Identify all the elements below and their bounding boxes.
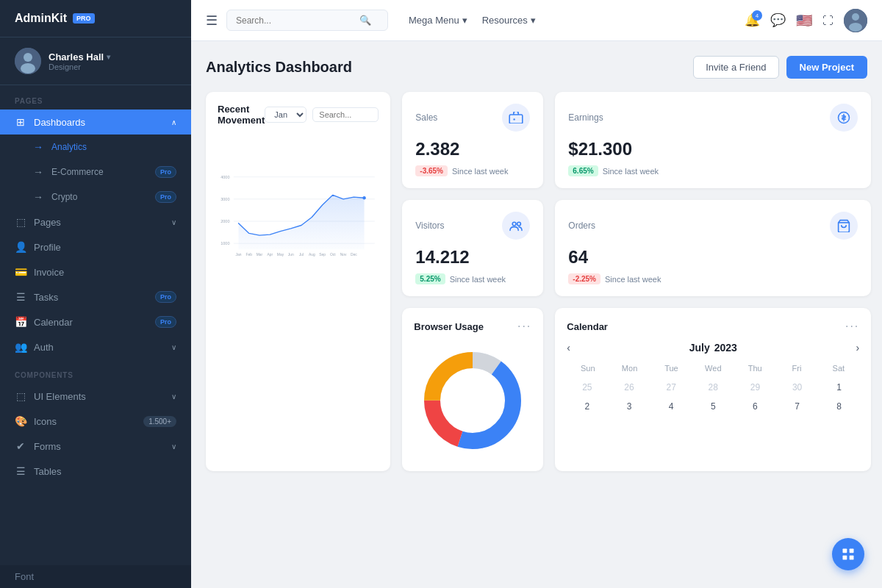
sidebar-item-ecommerce[interactable]: → E-Commerce Pro: [0, 159, 191, 184]
orders-label: Orders: [568, 220, 595, 231]
profile-icon: 👤: [15, 241, 26, 253]
sidebar-item-label: Crypto: [51, 192, 77, 202]
components-section-label: Components: [0, 359, 191, 384]
calendar-menu[interactable]: ···: [845, 320, 859, 333]
chevron-down-icon: ∨: [171, 343, 176, 351]
chevron-down-icon: ▾: [531, 15, 536, 26]
pages-section-label: Pages: [0, 85, 191, 110]
nav-links: Mega Menu ▾ Resources ▾: [403, 12, 542, 29]
cal-day[interactable]: 25: [567, 379, 607, 396]
cal-day[interactable]: 6: [735, 398, 775, 415]
pro-badge: Pro: [155, 191, 176, 203]
user-name: Charles Hall ▾: [49, 51, 110, 62]
sidebar-item-calendar[interactable]: 📅 Calendar Pro: [0, 309, 191, 334]
font-label: Font: [0, 565, 191, 588]
main-area: ☰ 🔍 Mega Menu ▾ Resources ▾ 🔔 4 💬: [191, 0, 882, 588]
cal-day[interactable]: 29: [735, 379, 775, 396]
chevron-down-icon: ▾: [107, 53, 110, 61]
sidebar-item-analytics[interactable]: → Analytics: [0, 135, 191, 159]
language-btn[interactable]: 🇺🇸: [796, 12, 812, 29]
svg-point-9: [517, 222, 521, 226]
sidebar-item-forms[interactable]: ✔ Forms ∨: [0, 434, 191, 459]
chevron-down-icon: ∨: [171, 442, 176, 451]
svg-text:Nov: Nov: [340, 253, 347, 257]
chevron-down-icon: ∨: [171, 392, 176, 401]
chevron-up-icon: ∧: [171, 118, 176, 126]
sidebar-item-auth[interactable]: 👥 Auth ∨: [0, 334, 191, 359]
cal-day[interactable]: 27: [651, 379, 692, 396]
user-photo[interactable]: [844, 9, 867, 32]
sales-icon-circle: [502, 104, 530, 132]
svg-point-2: [21, 63, 35, 74]
svg-text:Oct: Oct: [330, 253, 336, 257]
svg-point-7: [514, 118, 515, 120]
cal-next-btn[interactable]: ›: [856, 342, 860, 354]
svg-point-32: [362, 196, 365, 199]
cal-days: 25 26 27 28 29 30 1 2 3 4 5 6 7 8: [567, 379, 859, 415]
month-select[interactable]: JanFebMar: [265, 107, 306, 123]
mega-menu-link[interactable]: Mega Menu ▾: [403, 12, 473, 29]
left-stats-col: Sales 2.382 -3.65% Since last week Visit…: [402, 92, 543, 296]
cal-day[interactable]: 7: [777, 398, 817, 415]
fullscreen-btn[interactable]: ⛶: [822, 14, 833, 26]
page-title: Analytics Dashboard: [206, 59, 352, 76]
svg-text:1000: 1000: [220, 241, 229, 245]
svg-point-5: [849, 23, 862, 32]
search-box: 🔍: [226, 10, 388, 31]
sidebar-item-tasks[interactable]: ☰ Tasks Pro: [0, 284, 191, 309]
sidebar-item-pages[interactable]: ⬚ Pages ∨: [0, 209, 191, 234]
chart-search-input[interactable]: [312, 107, 379, 122]
svg-text:Aug: Aug: [309, 253, 315, 257]
browser-card-menu[interactable]: ···: [517, 320, 531, 333]
browser-usage-card: Browser Usage ···: [402, 308, 543, 471]
sidebar-item-label: Auth: [34, 342, 54, 353]
arrow-right-icon: →: [32, 166, 44, 178]
cal-nav: ‹ July 2023 ›: [567, 342, 859, 354]
cal-day[interactable]: 5: [693, 398, 734, 415]
sidebar-item-tables[interactable]: ☰ Tables: [0, 459, 191, 484]
svg-text:Jul: Jul: [299, 253, 304, 257]
ui-elements-icon: ⬚: [15, 390, 26, 402]
sidebar-item-icons[interactable]: 🎨 Icons 1.500+: [0, 409, 191, 434]
cal-day[interactable]: 28: [693, 379, 734, 396]
cal-day[interactable]: 30: [777, 379, 817, 396]
pages-icon: ⬚: [15, 216, 26, 228]
cal-day[interactable]: 4: [651, 398, 692, 415]
notification-badge: 4: [752, 10, 762, 21]
invite-friend-button[interactable]: Invite a Friend: [693, 56, 778, 79]
cal-day[interactable]: 3: [609, 398, 649, 415]
sidebar-item-crypto[interactable]: → Crypto Pro: [0, 184, 191, 209]
sidebar-item-invoice[interactable]: 💳 Invoice: [0, 259, 191, 284]
svg-rect-39: [850, 549, 854, 553]
user-section[interactable]: Charles Hall ▾ Designer: [0, 37, 191, 85]
sales-value: 2.382: [415, 139, 530, 159]
cal-day[interactable]: 1: [819, 379, 859, 396]
sidebar-item-label: UI Elements: [34, 391, 86, 402]
chat-icon: 💬: [770, 13, 786, 27]
messages-btn[interactable]: 💬: [770, 12, 786, 28]
resources-link[interactable]: Resources ▾: [476, 12, 542, 29]
cal-day[interactable]: 2: [567, 398, 607, 415]
pro-badge: PRO: [73, 13, 95, 24]
cal-day[interactable]: 8: [819, 398, 859, 415]
donut-chart: [414, 342, 531, 459]
menu-icon[interactable]: ☰: [206, 12, 218, 29]
fab-button[interactable]: [832, 538, 864, 570]
sidebar-item-dashboards[interactable]: ⊞ Dashboards ∧: [0, 110, 191, 135]
notifications-btn[interactable]: 🔔 4: [745, 12, 760, 28]
sidebar-item-ui-elements[interactable]: ⬚ UI Elements ∨: [0, 384, 191, 409]
new-project-button[interactable]: New Project: [786, 56, 867, 79]
sidebar-item-label: Profile: [34, 242, 61, 253]
tables-icon: ☰: [15, 465, 26, 477]
orders-card: Orders 64 -2.25% Since last week: [555, 200, 871, 296]
search-input[interactable]: [236, 15, 354, 26]
svg-point-1: [24, 53, 32, 62]
sidebar-item-profile[interactable]: 👤 Profile: [0, 234, 191, 259]
calendar-header: Calendar ···: [567, 320, 859, 333]
cal-day[interactable]: 26: [609, 379, 649, 396]
svg-point-8: [512, 222, 516, 226]
forms-icon: ✔: [15, 440, 26, 452]
visitors-badge: 5.25%: [415, 273, 445, 284]
cal-prev-btn[interactable]: ‹: [567, 342, 570, 354]
auth-icon: 👥: [15, 341, 26, 353]
